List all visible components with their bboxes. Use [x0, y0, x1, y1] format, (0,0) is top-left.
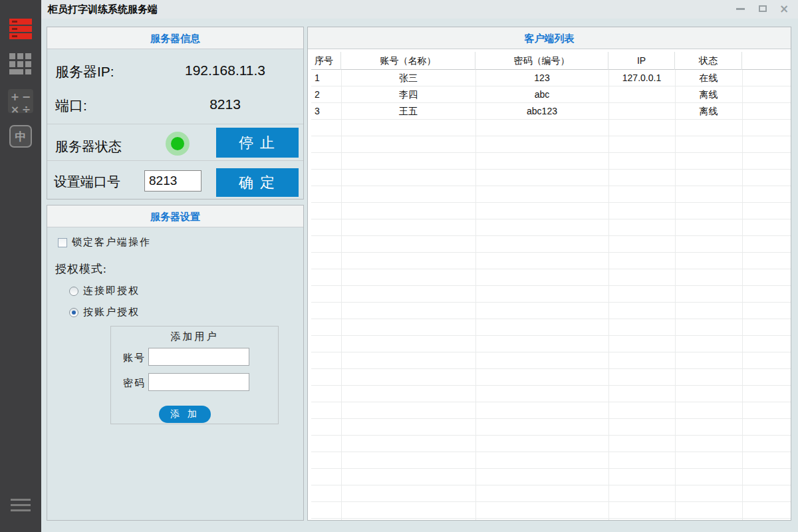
column-divider: [475, 70, 476, 520]
minimize-icon: [736, 8, 745, 10]
password-input[interactable]: [148, 373, 249, 391]
port-value: 8213: [160, 96, 290, 112]
column-divider: [675, 70, 676, 520]
table-cell: 离线: [675, 103, 742, 120]
divider: [47, 160, 303, 161]
stop-button[interactable]: 停 止: [216, 128, 299, 158]
server-stack-icon: [9, 19, 32, 41]
column-header-index: 序号: [311, 52, 341, 70]
auth-mode-label: 授权模式:: [55, 261, 107, 277]
title-bar: 柜员打字训练系统服务端 ×: [0, 0, 798, 19]
server-settings-panel: 服务器设置 锁定客户端操作 授权模式: 连接即授权 按账户授权 添加用户 账号 …: [47, 205, 304, 521]
table-cell: [742, 103, 791, 120]
table-cell: 1: [311, 70, 341, 86]
table-cell: 2: [311, 86, 341, 103]
table-cell: [742, 70, 791, 86]
port-label: 端口:: [55, 96, 87, 115]
chinese-input-icon: 中: [9, 125, 32, 148]
window-title: 柜员打字训练系统服务端: [48, 3, 158, 16]
divider: [47, 124, 303, 124]
server-settings-title: 服务器设置: [47, 205, 303, 227]
client-list-panel: 客户端列表 序号 账号（名称） 密码（编号） IP 状态 1张三123127.0…: [307, 27, 791, 521]
server-ip-value: 192.168.11.3: [160, 63, 290, 78]
add-user-box: 添加用户 账号 密码 添 加: [110, 326, 279, 424]
radio-account-label: 按账户授权: [83, 306, 140, 319]
column-header-extra: [742, 52, 791, 70]
port-input[interactable]: [144, 170, 201, 192]
table-row[interactable]: 3王五abc123离线: [311, 103, 791, 120]
sidebar-item-keyboard[interactable]: [0, 53, 41, 76]
client-table-body: 1张三123127.0.0.1在线2李四abc离线3王五abc123离线: [311, 70, 791, 520]
keyboard-icon: [9, 53, 32, 76]
radio-connect-label: 连接即授权: [83, 285, 140, 297]
lock-client-checkbox-row[interactable]: 锁定客户端操作: [58, 236, 151, 249]
radio-icon-selected[interactable]: [69, 308, 78, 317]
table-cell: [608, 103, 675, 120]
client-table: 序号 账号（名称） 密码（编号） IP 状态 1张三123127.0.0.1在线…: [311, 52, 791, 520]
maximize-button[interactable]: [751, 0, 774, 17]
table-cell: 王五: [341, 103, 475, 120]
radio-connect-auth[interactable]: 连接即授权: [69, 285, 140, 297]
table-cell: 李四: [341, 86, 475, 103]
add-user-title: 添加用户: [111, 331, 278, 343]
server-info-panel: 服务器信息 服务器IP: 192.168.11.3 端口: 8213 服务器状态…: [47, 27, 304, 200]
table-cell: 张三: [341, 70, 475, 86]
add-user-button[interactable]: 添 加: [159, 406, 211, 423]
table-cell: 127.0.0.1: [608, 70, 675, 86]
column-header-status: 状态: [675, 52, 742, 70]
lock-client-checkbox[interactable]: [58, 238, 67, 247]
close-button[interactable]: ×: [773, 0, 795, 17]
client-list-title: 客户端列表: [308, 27, 791, 49]
table-cell: 离线: [675, 86, 742, 103]
table-cell: 在线: [675, 70, 742, 86]
column-header-password: 密码（编号）: [475, 52, 608, 70]
table-row[interactable]: 2李四abc离线: [311, 86, 791, 103]
table-row[interactable]: 1张三123127.0.0.1在线: [311, 70, 791, 86]
minimize-button[interactable]: [729, 0, 751, 17]
table-cell: abc: [475, 86, 608, 103]
table-cell: [608, 86, 675, 103]
set-port-label: 设置端口号: [54, 173, 120, 191]
sidebar-item-calculator[interactable]: +− ×÷: [0, 89, 41, 113]
calculator-icon: +− ×÷: [8, 89, 33, 113]
sidebar-item-chinese[interactable]: 中: [0, 125, 41, 148]
column-divider: [341, 70, 342, 520]
maximize-icon: [759, 5, 767, 12]
confirm-button[interactable]: 确 定: [216, 168, 299, 197]
radio-account-auth[interactable]: 按账户授权: [69, 306, 140, 319]
account-label: 账号: [123, 352, 146, 364]
table-cell: [742, 86, 791, 103]
status-indicator-green: [166, 132, 190, 156]
table-cell: abc123: [475, 103, 608, 120]
sidebar: +− ×÷ 中: [0, 0, 41, 532]
password-label: 密码: [123, 377, 146, 390]
sidebar-menu-button[interactable]: [0, 499, 41, 515]
table-cell: 3: [311, 103, 341, 120]
radio-icon-unselected[interactable]: [69, 287, 78, 296]
server-status-label: 服务器状态: [55, 138, 122, 156]
server-info-title: 服务器信息: [47, 27, 303, 49]
close-icon: ×: [779, 3, 789, 15]
hamburger-icon: [11, 499, 31, 515]
client-table-header: 序号 账号（名称） 密码（编号） IP 状态: [311, 52, 791, 70]
account-input[interactable]: [148, 348, 249, 366]
table-cell: 123: [475, 70, 608, 86]
column-divider: [742, 70, 743, 520]
column-header-account: 账号（名称）: [341, 52, 475, 70]
server-ip-label: 服务器IP:: [55, 63, 114, 81]
column-divider: [608, 70, 609, 520]
column-header-ip: IP: [608, 52, 675, 70]
sidebar-item-server[interactable]: [0, 19, 41, 41]
lock-client-label: 锁定客户端操作: [72, 236, 151, 249]
